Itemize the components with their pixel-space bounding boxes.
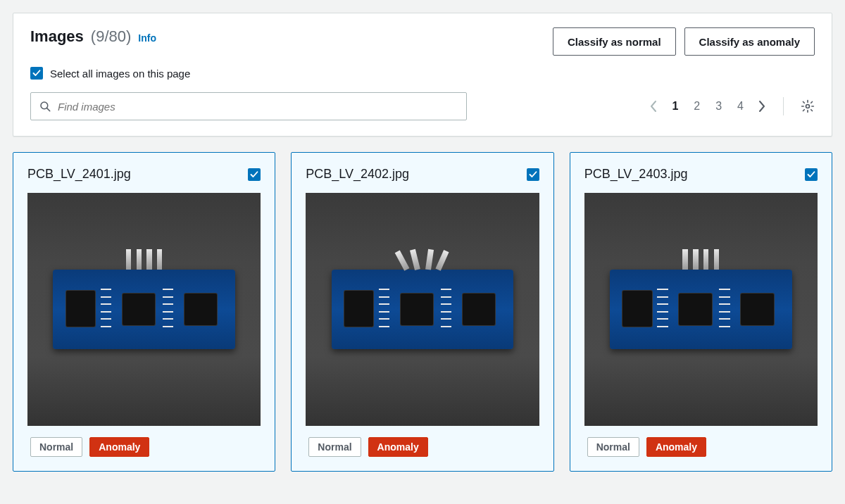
classify-button-row: Classify as normal Classify as anomaly (553, 27, 815, 56)
label-row: Normal Anomaly (306, 437, 539, 457)
images-header-panel: Images (9/80) Info Classify as normal Cl… (13, 13, 832, 137)
label-row: Normal Anomaly (27, 437, 261, 457)
check-icon (529, 170, 537, 179)
page-1[interactable]: 1 (670, 99, 680, 114)
label-row: Normal Anomaly (584, 437, 818, 457)
chevron-right-icon (758, 100, 766, 113)
header-top-row: Images (9/80) Info Classify as normal Cl… (30, 27, 815, 56)
select-all-row: Select all images on this page (30, 67, 815, 80)
anomaly-tag-button[interactable]: Anomaly (368, 437, 428, 457)
check-icon (807, 170, 815, 179)
pcb-pins (126, 249, 163, 270)
card-checkbox[interactable] (527, 168, 539, 181)
image-count: (9/80) (91, 27, 131, 46)
search-input[interactable] (30, 92, 467, 120)
image-thumbnail[interactable] (306, 193, 539, 426)
search-icon (39, 100, 51, 113)
search-wrap (30, 92, 467, 120)
page-4[interactable]: 4 (736, 99, 745, 114)
pcb-pins (682, 249, 719, 270)
anomaly-tag-button[interactable]: Anomaly (646, 437, 706, 457)
settings-gear-icon[interactable] (801, 99, 815, 113)
svg-line-1 (47, 108, 50, 111)
normal-tag-button[interactable]: Normal (587, 437, 639, 457)
normal-tag-button[interactable]: Normal (308, 437, 361, 457)
image-card[interactable]: PCB_LV_2403.jpg Normal Anomaly (570, 152, 832, 472)
pagination-next[interactable] (758, 100, 766, 113)
image-thumbnail[interactable] (27, 193, 261, 426)
page-title: Images (30, 27, 84, 46)
page-3[interactable]: 3 (714, 99, 723, 114)
page-2[interactable]: 2 (692, 99, 701, 114)
check-icon (32, 69, 41, 77)
pcb-graphic (610, 270, 791, 349)
pagination-prev (649, 100, 658, 113)
card-filename: PCB_LV_2401.jpg (27, 167, 131, 182)
pcb-graphic (332, 270, 513, 349)
info-link[interactable]: Info (138, 32, 156, 44)
classify-normal-button[interactable]: Classify as normal (553, 27, 676, 56)
card-checkbox[interactable] (805, 168, 818, 181)
normal-tag-button[interactable]: Normal (30, 437, 82, 457)
check-icon (250, 170, 258, 179)
controls-divider (783, 97, 784, 115)
card-checkbox[interactable] (248, 168, 261, 181)
image-thumbnail[interactable] (584, 193, 818, 426)
pcb-graphic (53, 270, 234, 349)
image-card[interactable]: PCB_LV_2401.jpg Normal Anomaly (13, 152, 275, 472)
card-header: PCB_LV_2401.jpg (27, 167, 261, 182)
pagination: 1 2 3 4 (649, 99, 766, 114)
card-filename: PCB_LV_2402.jpg (306, 167, 409, 182)
select-all-label: Select all images on this page (50, 68, 190, 80)
card-header: PCB_LV_2403.jpg (584, 167, 818, 182)
image-card[interactable]: PCB_LV_2402.jpg Normal Anomaly (291, 152, 553, 472)
classify-anomaly-button[interactable]: Classify as anomaly (684, 27, 815, 56)
svg-point-2 (806, 105, 810, 108)
chevron-left-icon (649, 100, 658, 113)
right-controls: 1 2 3 4 (649, 97, 815, 115)
image-cards-grid: PCB_LV_2401.jpg Normal Anomaly PCB_LV_24… (13, 152, 832, 472)
search-pagination-row: 1 2 3 4 (30, 92, 815, 120)
title-group: Images (9/80) Info (30, 27, 156, 46)
card-filename: PCB_LV_2403.jpg (584, 167, 688, 182)
pcb-pins (404, 249, 441, 270)
select-all-checkbox[interactable] (30, 67, 43, 80)
card-header: PCB_LV_2402.jpg (306, 167, 539, 182)
anomaly-tag-button[interactable]: Anomaly (89, 437, 149, 457)
